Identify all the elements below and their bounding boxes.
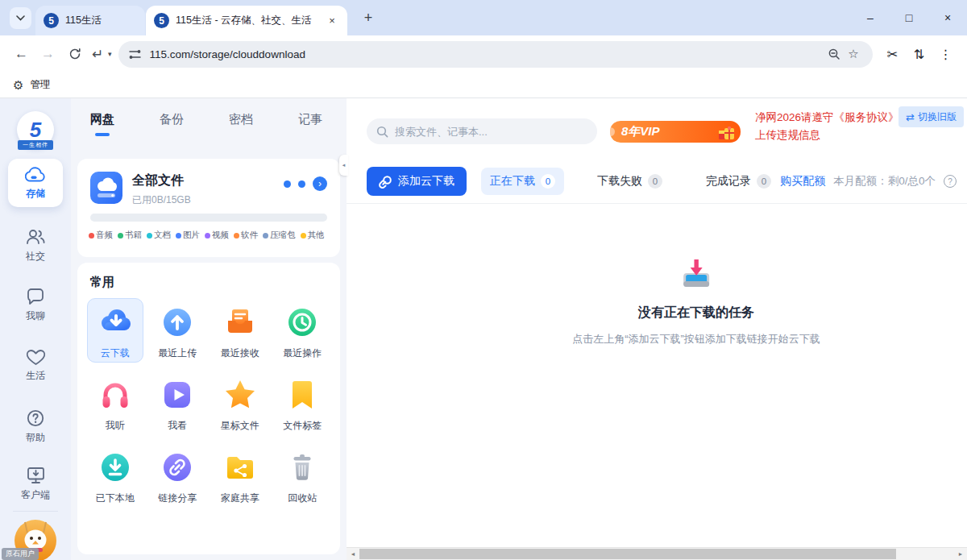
tab-115-home[interactable]: 5 115生活 xyxy=(35,6,145,35)
heart-icon xyxy=(26,348,46,366)
grid-item-family-share[interactable]: 家庭共享 xyxy=(212,443,268,508)
grid-item-label: 回收站 xyxy=(288,492,317,505)
scroll-left-icon[interactable]: ◄ xyxy=(347,548,359,560)
legend-item: 音频 xyxy=(89,230,113,241)
vip-banner-text: 8年VIP xyxy=(621,124,716,139)
tab-label: 正在下载 xyxy=(490,174,535,189)
action-dot[interactable] xyxy=(298,180,305,188)
gift-decoration-icon xyxy=(716,123,736,141)
switch-old-version-button[interactable]: ⇄ 切换旧版 xyxy=(899,106,964,127)
grid-item-label: 云下载 xyxy=(101,346,130,360)
panel-collapse-handle[interactable]: ◄ xyxy=(339,155,348,176)
grid-item-cloud-download[interactable]: 云下载 xyxy=(87,298,143,363)
extension-return-button[interactable]: ↵ ▾ xyxy=(88,41,112,68)
common-section-card: 常用 云下载 最近上传 xyxy=(77,263,340,554)
grid-item-label: 星标文件 xyxy=(221,419,259,433)
browser-tab-strip: 5 115生活 5 115生活 - 云存储、社交、生活 × + – □ × xyxy=(0,0,967,35)
panel-tab-backup[interactable]: 备份 xyxy=(160,112,184,136)
question-circle-icon xyxy=(26,409,45,428)
window-close-icon[interactable]: × xyxy=(928,0,967,35)
back-icon[interactable]: ← xyxy=(8,41,35,68)
search-input[interactable] xyxy=(395,126,587,138)
common-grid: 云下载 最近上传 最近接收 xyxy=(84,298,334,508)
legend-item: 压缩包 xyxy=(263,230,296,241)
people-icon xyxy=(25,227,46,247)
site-settings-icon[interactable] xyxy=(128,48,142,60)
scrollbar-thumb[interactable] xyxy=(359,549,896,559)
tab-completed-records[interactable]: 完成记录 0 xyxy=(697,168,780,195)
grid-item-link-share[interactable]: 链接分享 xyxy=(149,443,205,508)
grid-item-starred-files[interactable]: 星标文件 xyxy=(212,371,268,435)
sidebar-item-life[interactable]: 生活 xyxy=(0,348,71,383)
panel-tab-label: 网盘 xyxy=(90,112,114,127)
grid-item-recent-receive[interactable]: 最近接收 xyxy=(212,298,268,363)
grid-item-label: 我听 xyxy=(106,419,125,433)
bookmark-star-icon[interactable]: ☆ xyxy=(844,44,863,64)
horizontal-scrollbar[interactable]: ◄ ► xyxy=(347,547,967,560)
tab-close-icon[interactable]: × xyxy=(325,14,339,28)
count-badge: 0 xyxy=(648,174,662,189)
grid-item-label: 文件标签 xyxy=(283,419,322,433)
empty-subtitle: 点击左上角“添加云下载”按钮添加下载链接开始云下载 xyxy=(572,332,820,346)
search-icon xyxy=(376,126,388,138)
vip-banner[interactable]: 8年VIP xyxy=(610,121,741,143)
cloud-download-content: 8年VIP 净网2026请遵守《服务协议》严禁上传违规信息 ⇄ 切换旧版 xyxy=(347,98,967,560)
reload-icon[interactable] xyxy=(61,41,88,68)
grid-item-recent-upload[interactable]: 最近上传 xyxy=(149,298,205,363)
sidebar-item-storage[interactable]: 存储 xyxy=(8,159,63,207)
add-cloud-download-button[interactable]: 添加云下载 xyxy=(367,167,467,196)
sidebar-item-social[interactable]: 社交 xyxy=(0,227,71,263)
address-bar[interactable]: 115.com/storage/clouddownload ☆ xyxy=(118,41,873,68)
forward-icon[interactable]: → xyxy=(35,41,61,68)
grid-item-listen[interactable]: 我听 xyxy=(87,371,143,435)
sidebar-item-client[interactable]: 客户端 xyxy=(0,466,71,502)
grid-item-label: 链接分享 xyxy=(158,492,197,505)
expand-chevron-icon[interactable]: › xyxy=(313,176,327,191)
search-box[interactable] xyxy=(367,118,597,144)
client-download-icon xyxy=(26,466,46,485)
window-minimize-icon[interactable]: – xyxy=(851,0,890,35)
switch-old-label: 切换旧版 xyxy=(918,110,957,124)
bookmark-manage[interactable]: 管理 xyxy=(30,78,50,92)
quota-help-icon[interactable]: ? xyxy=(944,175,957,188)
grid-item-recent-operations[interactable]: 最近操作 xyxy=(274,298,330,363)
sidebar-item-help[interactable]: 帮助 xyxy=(0,409,71,445)
action-dot[interactable] xyxy=(284,180,291,188)
recent-operations-icon xyxy=(284,305,320,340)
scissors-extension-icon[interactable]: ✂ xyxy=(879,41,906,68)
panel-tabs: 网盘 备份 密档 记事 xyxy=(71,98,347,136)
sidebar-item-chat[interactable]: 我聊 xyxy=(0,288,71,323)
app-sidebar: 5 一生相伴 存储 社交 我聊 xyxy=(0,98,71,560)
buy-quota-link[interactable]: 购买配额 xyxy=(780,174,825,189)
panel-tab-drive[interactable]: 网盘 xyxy=(90,112,114,136)
empty-download-icon xyxy=(679,256,714,292)
url-text[interactable]: 115.com/storage/clouddownload xyxy=(150,48,824,60)
grid-item-file-tags[interactable]: 文件标签 xyxy=(274,371,330,435)
tab-downloading[interactable]: 正在下载 0 xyxy=(481,168,564,195)
updown-extension-icon[interactable]: ⇅ xyxy=(906,41,932,68)
panel-tab-label: 备份 xyxy=(160,112,184,127)
panel-tab-notes[interactable]: 记事 xyxy=(298,112,322,136)
grid-item-recycle-bin[interactable]: 回收站 xyxy=(274,443,330,508)
tab-cloud-download-active[interactable]: 5 115生活 - 云存储、社交、生活 × xyxy=(146,6,347,35)
all-files-card[interactable]: 全部文件 已用0B/15GB › 音频 书籍 文档 图片 视频 软件 压缩包 其… xyxy=(77,159,340,257)
all-files-title: 全部文件 xyxy=(132,172,184,189)
115-logo[interactable]: 5 一生相伴 xyxy=(15,111,56,151)
panel-tab-vault[interactable]: 密档 xyxy=(229,112,253,136)
new-tab-button[interactable]: + xyxy=(358,7,379,28)
tab-search-button[interactable] xyxy=(10,7,31,29)
grid-item-label: 我看 xyxy=(168,419,187,433)
zoom-icon[interactable] xyxy=(824,44,844,64)
bookmark-bar: ⚙ 管理 xyxy=(0,73,967,98)
grid-item-label: 最近接收 xyxy=(221,346,259,360)
site-favicon: 5 xyxy=(154,13,169,28)
grid-item-downloaded-local[interactable]: 已下本地 xyxy=(87,443,143,508)
tab-download-failed[interactable]: 下载失败 0 xyxy=(588,168,671,195)
grid-item-label: 最近上传 xyxy=(158,346,197,360)
browser-menu-icon[interactable]: ⋮ xyxy=(932,41,959,68)
grid-item-watch[interactable]: 我看 xyxy=(149,371,205,435)
sidebar-item-label: 我聊 xyxy=(26,309,45,323)
scroll-right-icon[interactable]: ► xyxy=(954,548,967,560)
window-maximize-icon[interactable]: □ xyxy=(890,0,928,35)
link-icon xyxy=(160,450,195,485)
